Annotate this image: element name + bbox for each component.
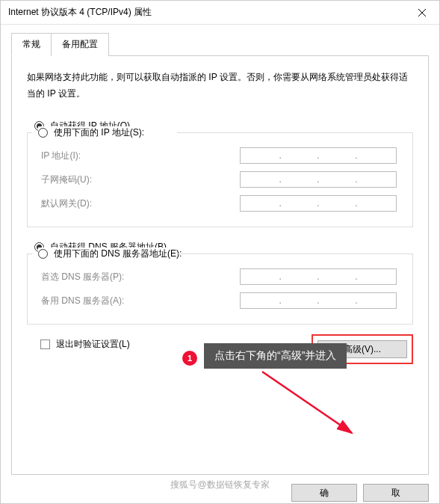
field-label: 首选 DNS 服务器(P): xyxy=(38,271,240,283)
radio-icon xyxy=(38,128,48,138)
close-icon[interactable] xyxy=(405,1,439,25)
field-subnet: 子网掩码(U): ... xyxy=(38,171,402,188)
radio-icon xyxy=(38,249,48,259)
content-area: 常规 备用配置 如果网络支持此功能，则可以获取自动指派的 IP 设置。否则，你需… xyxy=(1,25,439,475)
watermark: 搜狐号@数据链恢复专家 xyxy=(170,479,269,491)
field-label: 子网掩码(U): xyxy=(38,173,240,186)
tab-alternate[interactable]: 备用配置 xyxy=(51,33,109,56)
tab-general[interactable]: 常规 xyxy=(11,33,52,56)
tab-strip: 常规 备用配置 xyxy=(11,32,429,56)
radio-manual-dns[interactable]: 使用下面的 DNS 服务器地址(E): xyxy=(38,248,182,260)
manual-dns-group: 使用下面的 DNS 服务器地址(E): 首选 DNS 服务器(P): ... 备… xyxy=(27,253,413,325)
radio-label: 使用下面的 DNS 服务器地址(E): xyxy=(54,248,182,260)
field-label: IP 地址(I): xyxy=(38,150,240,162)
dialog-window: Internet 协议版本 4 (TCP/IPv4) 属性 常规 备用配置 如果… xyxy=(0,0,440,504)
field-label: 备用 DNS 服务器(A): xyxy=(38,295,240,307)
radio-label: 使用下面的 IP 地址(S): xyxy=(54,126,144,139)
ok-button[interactable]: 确 xyxy=(291,484,357,502)
titlebar: Internet 协议版本 4 (TCP/IPv4) 属性 xyxy=(1,1,439,25)
manual-ip-group: 使用下面的 IP 地址(S): IP 地址(I): ... 子网掩码(U): .… xyxy=(27,132,413,227)
field-gateway: 默认网关(D): ... xyxy=(38,195,402,212)
callout-badge: 1 xyxy=(182,351,197,366)
window-title: Internet 协议版本 4 (TCP/IPv4) 属性 xyxy=(8,6,405,19)
alternate-dns-input[interactable]: ... xyxy=(240,292,397,309)
checkbox-icon xyxy=(40,339,50,349)
field-ip-address: IP 地址(I): ... xyxy=(38,147,402,164)
preferred-dns-input[interactable]: ... xyxy=(240,268,397,285)
field-label: 默认网关(D): xyxy=(38,197,240,210)
description-text: 如果网络支持此功能，则可以获取自动指派的 IP 设置。否则，你需要从网络系统管理… xyxy=(27,70,413,102)
tab-panel: 如果网络支持此功能，则可以获取自动指派的 IP 设置。否则，你需要从网络系统管理… xyxy=(11,56,429,475)
callout-text: 点击右下角的“高级”并进入 xyxy=(204,343,347,369)
gateway-input[interactable]: ... xyxy=(240,195,397,212)
checkbox-label: 退出时验证设置(L) xyxy=(56,338,130,351)
field-alternate-dns: 备用 DNS 服务器(A): ... xyxy=(38,292,402,309)
ip-address-input[interactable]: ... xyxy=(240,147,397,164)
radio-manual-ip[interactable]: 使用下面的 IP 地址(S): xyxy=(38,126,144,139)
field-preferred-dns: 首选 DNS 服务器(P): ... xyxy=(38,268,402,285)
cancel-button[interactable]: 取 xyxy=(363,484,429,502)
subnet-input[interactable]: ... xyxy=(240,171,397,188)
